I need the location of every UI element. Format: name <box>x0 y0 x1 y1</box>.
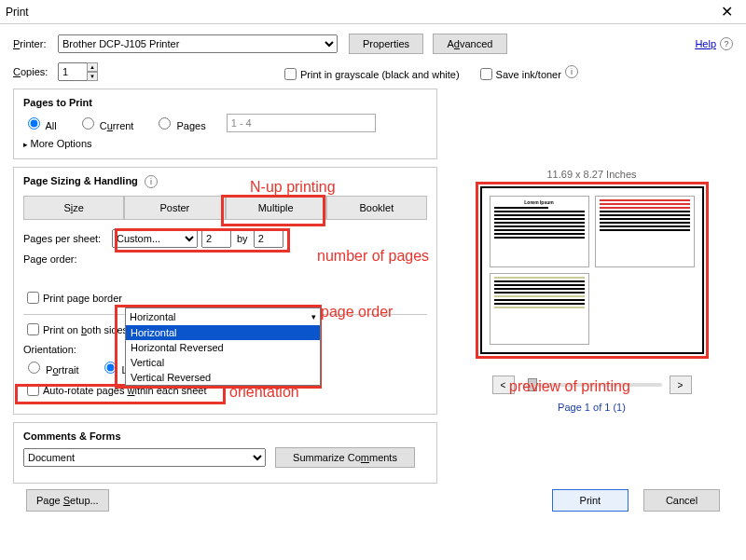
mini-page-1: Lorem Ipsum <box>490 196 589 267</box>
annot-box-preview: Lorem Ipsum <box>476 182 709 359</box>
prev-page-button[interactable]: < <box>492 376 515 394</box>
printer-label: Printer: <box>13 38 58 49</box>
print-button[interactable]: Print <box>552 489 629 512</box>
info-icon[interactable]: i <box>565 65 578 78</box>
tab-poster[interactable]: Poster <box>124 196 225 220</box>
comments-select[interactable]: Document <box>23 448 266 467</box>
cancel-button[interactable]: Cancel <box>643 489 720 512</box>
radio-current[interactable]: Current <box>77 115 134 131</box>
next-page-button[interactable]: > <box>670 376 692 394</box>
printer-select[interactable]: Brother DCP-J105 Printer <box>58 34 338 53</box>
properties-button[interactable]: Properties <box>349 34 423 54</box>
option-vertical-reversed[interactable]: Vertical Reversed <box>126 370 320 385</box>
copies-spinner[interactable]: ▲ ▼ <box>87 62 98 81</box>
mini-page-3 <box>490 273 589 345</box>
print-border-check[interactable]: Print page border <box>23 289 427 307</box>
advanced-button[interactable]: Advanced <box>433 34 507 54</box>
page-setup-button[interactable]: Page Setup... <box>26 489 109 512</box>
pages-to-print-panel: Pages to Print All Current Pages More Op… <box>13 89 437 159</box>
preview-slider[interactable] <box>522 383 662 387</box>
help-link[interactable]: Help <box>695 38 716 49</box>
option-horizontal-reversed[interactable]: Horizontal Reversed <box>126 340 320 355</box>
preview-dims: 11.69 x 8.27 Inches <box>450 169 733 180</box>
by-label: by <box>237 233 248 244</box>
pps-mode-select[interactable]: Custom... <box>112 229 198 248</box>
grayscale-check[interactable]: Print in grayscale (black and white) <box>281 65 460 83</box>
page-order-dropdown[interactable]: Horizontal ▾ Horizontal Horizontal Rever… <box>125 307 321 386</box>
pps-cols-input[interactable] <box>201 229 231 248</box>
comments-panel: Comments & Forms Document Summarize Comm… <box>13 422 437 484</box>
pps-label: Pages per sheet: <box>23 233 112 244</box>
pages-range-input[interactable] <box>227 114 376 132</box>
window-title: Print <box>6 6 29 19</box>
chevron-down-icon[interactable]: ▾ <box>311 312 316 321</box>
mini-page-4 <box>595 273 695 345</box>
preview-paper: Lorem Ipsum <box>480 186 704 354</box>
chevron-up-icon[interactable]: ▲ <box>87 62 98 72</box>
info-icon[interactable]: i <box>145 175 158 188</box>
sizing-title: Page Sizing & Handling <box>23 175 138 186</box>
copies-label: Copies: <box>13 66 58 77</box>
more-options[interactable]: More Options <box>23 138 427 149</box>
tab-booklet[interactable]: Booklet <box>326 196 427 220</box>
close-icon[interactable]: ✕ <box>712 3 740 20</box>
page-order-label: Page order: <box>23 253 112 265</box>
pps-rows-input[interactable] <box>254 229 283 248</box>
radio-pages[interactable]: Pages <box>154 115 205 131</box>
option-vertical[interactable]: Vertical <box>126 355 320 370</box>
comments-title: Comments & Forms <box>23 430 427 442</box>
summarize-button[interactable]: Summarize Comments <box>275 447 415 468</box>
option-horizontal[interactable]: Horizontal <box>126 325 320 340</box>
mini-page-2 <box>595 196 695 267</box>
chevron-down-icon[interactable]: ▼ <box>87 72 98 81</box>
pages-title: Pages to Print <box>23 97 427 108</box>
sizing-panel: Page Sizing & Handling i Size Poster Mul… <box>13 167 437 415</box>
radio-portrait[interactable]: Portrait <box>23 359 79 376</box>
titlebar: Print ✕ <box>0 0 746 24</box>
save-ink-check[interactable]: Save ink/toner <box>477 65 561 83</box>
radio-all[interactable]: All <box>23 115 57 131</box>
help-icon[interactable]: ? <box>720 37 733 50</box>
copies-input[interactable] <box>58 62 88 81</box>
tab-multiple[interactable]: Multiple <box>226 196 326 220</box>
page-indicator: Page 1 of 1 (1) <box>450 402 733 413</box>
tab-size[interactable]: Size <box>23 196 124 220</box>
slider-thumb[interactable] <box>528 378 537 391</box>
